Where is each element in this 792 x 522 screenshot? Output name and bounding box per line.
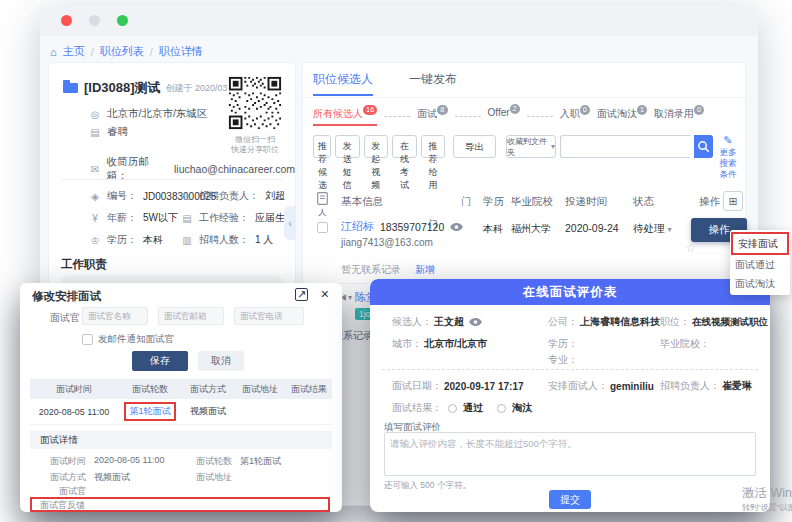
folder-icon — [63, 83, 78, 93]
qr-code — [227, 75, 283, 131]
favorite-folder-select[interactable]: 收藏到文件夹 ▾ — [506, 135, 556, 158]
info-label: 学历： — [107, 233, 137, 247]
interviewer-name-input[interactable] — [82, 307, 148, 325]
table-row: 江绍标 18359707120 jiang7413@163.com 本科 福州大… — [303, 217, 745, 263]
info-value: 1 人 — [255, 233, 273, 247]
send-sms-button[interactable]: 发送短信 — [335, 135, 360, 158]
degree-label: 学历： — [548, 337, 578, 351]
comment-textarea[interactable] — [384, 432, 756, 476]
modal-title: 修改安排面试 — [32, 289, 101, 304]
recruiter-value: 崔爱琳 — [722, 379, 752, 393]
dash-separator — [384, 116, 410, 117]
interviewer-phone-input[interactable] — [234, 307, 304, 325]
expand-icon[interactable]: ↗ — [295, 288, 308, 301]
cell-interview-method: 视频面试 — [182, 405, 234, 418]
filter-offer[interactable]: Offer2 — [488, 107, 520, 119]
action-button-label: 操作 — [709, 223, 730, 237]
close-window-dot[interactable] — [61, 15, 72, 26]
col-school: 毕业院校 — [511, 195, 553, 209]
collapse-panel-handle[interactable]: ‹ — [284, 206, 296, 240]
interview-rounds-table: 面试时间 面试轮数 面试方式 面试地址 面试结果 2020-08-05 11:0… — [30, 379, 332, 425]
maximize-window-dot[interactable] — [117, 15, 128, 26]
count-badge: 16 — [363, 105, 377, 115]
recruiter-field: 招聘负责人： 崔爱琳 — [660, 379, 752, 393]
menu-item-interview-pass[interactable]: 面试通过 — [730, 255, 790, 274]
minimize-window-dot[interactable] — [89, 15, 100, 26]
detail-time-value: 2020-08-05 11:00 — [94, 455, 164, 465]
eye-icon[interactable] — [450, 223, 463, 231]
info-value: 应届生 — [255, 211, 285, 225]
online-exam-button[interactable]: 在线考试 — [392, 135, 417, 158]
menu-item-arrange-interview[interactable]: 安排面试 — [731, 232, 789, 255]
filter-interview[interactable]: 面试8 — [417, 107, 447, 121]
more-filters[interactable]: ✎ 更多搜索条件 — [717, 135, 739, 180]
export-button[interactable]: 导出 — [453, 135, 496, 158]
interviewer-email-input[interactable] — [158, 307, 224, 325]
eye-icon[interactable] — [469, 318, 482, 326]
save-button[interactable]: 保存 — [132, 351, 188, 371]
row-checkbox[interactable] — [317, 222, 328, 233]
add-contact-link[interactable]: 新增 — [415, 263, 435, 277]
search-button[interactable] — [694, 135, 713, 158]
filter-all-candidates[interactable]: 所有候选人16 — [313, 107, 377, 126]
qr-caption-1: 微信扫一扫 — [223, 135, 287, 145]
position-value: 在线视频测试职位 — [692, 316, 768, 329]
evaluation-modal-header: 在线面试评价表 — [370, 279, 770, 305]
candidate-label: 候选人： — [392, 315, 432, 329]
arranger-field: 安排面试人： geminiliu — [548, 379, 654, 393]
breadcrumb: ⌂ 主页 / 职位列表 / 职位详情 — [50, 44, 203, 59]
job-info-recruiter: ♙ 招聘负责人： 刘超 — [181, 189, 285, 203]
breadcrumb-job-list[interactable]: 职位列表 — [100, 44, 144, 59]
notify-checkbox-row[interactable]: 发邮件通知面试官 — [82, 333, 174, 346]
column-settings-button[interactable]: ⊞ — [723, 191, 743, 211]
search-input[interactable] — [560, 135, 690, 158]
info-label: 招聘负责人： — [199, 189, 259, 203]
filter-offer-cancelled[interactable]: 取消录用0 — [654, 107, 704, 121]
dash-separator — [455, 116, 481, 117]
filter-label: Offer — [488, 107, 510, 118]
result-field: 面试结果： 通过 淘汰 — [392, 401, 532, 415]
radio-reject[interactable] — [497, 404, 506, 413]
close-icon[interactable]: × — [321, 286, 329, 302]
radio-pass[interactable] — [448, 404, 457, 413]
status-value: 待处理 — [633, 222, 665, 236]
menu-item-interview-reject[interactable]: 面试淘汰 — [730, 274, 790, 293]
col-degree: 学历 — [483, 195, 504, 209]
status-dropdown[interactable]: 待处理 ▾ — [633, 222, 672, 236]
tab-one-click-publish[interactable]: 一键发布 — [409, 71, 457, 96]
degree-field: 学历： — [548, 337, 578, 351]
submit-label: 提交 — [560, 493, 580, 507]
screenshot-stage: ⌂ 主页 / 职位列表 / 职位详情 [ID3088]测试 创建于 2020/0… — [0, 0, 792, 522]
job-title: [ID3088]测试 — [84, 79, 161, 97]
action-dropdown-menu: 安排面试 面试通过 面试淘汰 — [730, 230, 790, 295]
home-icon[interactable]: ⌂ — [50, 46, 57, 58]
id-icon: ◈ — [89, 191, 101, 202]
arranger-value: geminiliu — [610, 381, 654, 392]
col-interview-method: 面试方式 — [182, 383, 234, 396]
star-icon[interactable]: ☆ — [685, 241, 696, 255]
recommend-to-department-button[interactable]: 推荐给用人部门 — [421, 135, 446, 158]
interview-date-label: 面试日期： — [392, 379, 442, 393]
filter-label: 面试淘汰 — [597, 108, 637, 119]
breadcrumb-home[interactable]: 主页 — [63, 44, 85, 59]
round-link[interactable]: 第1轮面试 — [124, 402, 175, 421]
window-titlebar — [40, 6, 758, 36]
filter-interview-rejected[interactable]: 面试淘汰1 — [597, 107, 647, 121]
start-video-interview-button[interactable]: 发起视频面试 — [364, 135, 389, 158]
recommend-candidate-button[interactable]: 推荐候选人 — [313, 135, 331, 158]
job-info-headcount: ▥ 招聘人数： 1 人 — [181, 233, 273, 247]
count-badge: 8 — [437, 105, 447, 115]
info-label: 编号： — [107, 189, 137, 203]
tab-job-candidates[interactable]: 职位候选人 — [313, 71, 373, 96]
dash-separator — [527, 116, 553, 117]
city-field: 城市： 北京市/北京市 — [392, 337, 487, 351]
submit-button[interactable]: 提交 — [549, 490, 591, 509]
interview-detail-header: 面试详情 — [30, 431, 332, 449]
filter-label: 入职 — [560, 108, 580, 119]
candidate-name-link[interactable]: 江绍标 — [341, 219, 374, 234]
company-value: 上海睿聘信息科技 — [580, 315, 660, 329]
filter-onboard[interactable]: 入职0 — [560, 107, 590, 121]
notify-checkbox[interactable] — [82, 334, 93, 345]
cancel-button[interactable]: 取消 — [198, 351, 244, 371]
pencil-icon: ✎ — [723, 134, 732, 146]
